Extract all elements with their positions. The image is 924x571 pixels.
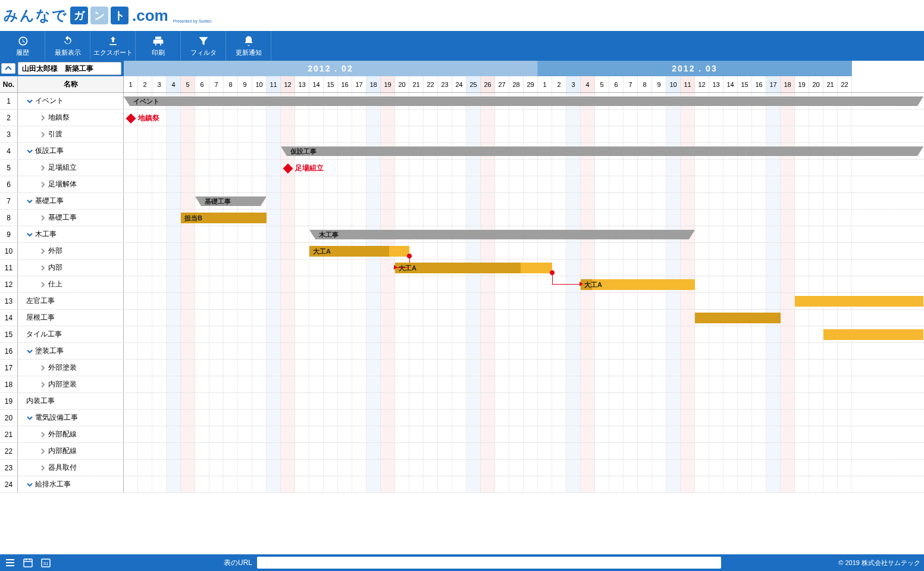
chevron-right-icon[interactable] — [39, 448, 46, 454]
row-name[interactable]: 給排水工事 — [18, 476, 124, 492]
gantt-cell[interactable]: 地鎮祭 — [124, 110, 924, 126]
gantt-cell[interactable] — [124, 293, 924, 309]
task-bar[interactable]: 大工A — [395, 263, 552, 273]
gantt-cell[interactable] — [124, 460, 924, 476]
table-row[interactable]: 12仕上大工A — [0, 276, 924, 293]
chevron-down-icon[interactable] — [26, 98, 33, 104]
gantt-cell[interactable] — [124, 326, 924, 342]
chevron-right-icon[interactable] — [39, 182, 46, 188]
table-row[interactable]: 19内装工事 — [0, 393, 924, 410]
table-row[interactable]: 8基礎工事担当B — [0, 210, 924, 226]
gantt-cell[interactable]: 基礎工事 — [124, 193, 924, 209]
chevron-right-icon[interactable] — [39, 465, 46, 471]
table-row[interactable]: 17外部塗装 — [0, 360, 924, 376]
gantt-cell[interactable] — [124, 343, 924, 359]
table-row[interactable]: 23器具取付 — [0, 460, 924, 476]
gantt-cell[interactable] — [124, 360, 924, 376]
gantt-cell[interactable]: 大工A — [124, 243, 924, 259]
refresh-button[interactable]: 最新表示 — [45, 31, 90, 61]
chevron-down-icon[interactable] — [26, 348, 33, 354]
table-row[interactable]: 22内部配線 — [0, 443, 924, 460]
task-bar[interactable] — [795, 296, 923, 307]
task-bar[interactable]: 大工A — [309, 246, 409, 257]
chevron-down-icon[interactable] — [26, 415, 33, 421]
table-row[interactable]: 18内部塗装 — [0, 376, 924, 393]
row-name[interactable]: 足場解体 — [18, 176, 124, 192]
table-row[interactable]: 4仮設工事仮設工事 — [0, 143, 924, 160]
group-bar[interactable]: 木工事 — [315, 230, 689, 239]
chevron-right-icon[interactable] — [39, 365, 46, 371]
row-name[interactable]: 内部塗装 — [18, 376, 124, 392]
row-name[interactable]: 塗装工事 — [18, 343, 124, 359]
table-row[interactable]: 21外部配線 — [0, 426, 924, 443]
gantt-cell[interactable] — [124, 126, 924, 142]
group-bar[interactable]: イベント — [130, 96, 917, 106]
row-name[interactable]: 仮設工事 — [18, 143, 124, 159]
row-name[interactable]: イベント — [18, 93, 124, 109]
history-button[interactable]: 履歴 — [0, 31, 45, 61]
table-row[interactable]: 24給排水工事 — [0, 476, 924, 493]
table-row[interactable]: 9木工事木工事 — [0, 226, 924, 243]
gantt-cell[interactable] — [124, 426, 924, 442]
row-name[interactable]: 基礎工事 — [18, 193, 124, 209]
row-name[interactable]: 電気設備工事 — [18, 410, 124, 426]
row-name[interactable]: 外部 — [18, 243, 124, 259]
row-name[interactable]: 足場組立 — [18, 160, 124, 176]
row-name[interactable]: 基礎工事 — [18, 210, 124, 226]
chevron-right-icon[interactable] — [39, 215, 46, 221]
gantt-cell[interactable] — [124, 476, 924, 492]
gantt-cell[interactable] — [124, 176, 924, 192]
gantt-cell[interactable]: 大工A — [124, 276, 924, 292]
gantt-cell[interactable] — [124, 310, 924, 326]
table-row[interactable]: 14屋根工事 — [0, 310, 924, 326]
print-button[interactable]: 印刷 — [136, 31, 181, 61]
row-name[interactable]: タイル工事 — [18, 326, 124, 342]
group-bar[interactable]: 基礎工事 — [201, 196, 261, 206]
row-name[interactable]: 外部塗装 — [18, 360, 124, 376]
row-name[interactable]: 内装工事 — [18, 393, 124, 409]
chevron-down-icon[interactable] — [26, 482, 33, 488]
table-row[interactable]: 3引渡 — [0, 126, 924, 143]
table-row[interactable]: 2地鎮祭地鎮祭 — [0, 110, 924, 126]
table-row[interactable]: 15タイル工事 — [0, 326, 924, 343]
table-row[interactable]: 5足場組立足場組立 — [0, 160, 924, 176]
table-row[interactable]: 1イベントイベント — [0, 93, 924, 110]
table-row[interactable]: 6足場解体 — [0, 176, 924, 193]
gantt-cell[interactable]: 木工事 — [124, 226, 924, 242]
collapse-button[interactable] — [1, 63, 15, 74]
gantt-cell[interactable] — [124, 393, 924, 409]
chevron-right-icon[interactable] — [39, 115, 46, 121]
row-name[interactable]: 引渡 — [18, 126, 124, 142]
chevron-right-icon[interactable] — [39, 265, 46, 271]
table-row[interactable]: 16塗装工事 — [0, 343, 924, 360]
chevron-down-icon[interactable] — [26, 148, 33, 154]
task-bar[interactable] — [695, 313, 781, 323]
table-row[interactable]: 11内部大工A — [0, 260, 924, 276]
row-name[interactable]: 仕上 — [18, 276, 124, 292]
gantt-cell[interactable]: 大工A — [124, 260, 924, 276]
row-name[interactable]: 外部配線 — [18, 426, 124, 442]
row-name[interactable]: 内部配線 — [18, 443, 124, 459]
gantt-cell[interactable]: 足場組立 — [124, 160, 924, 176]
gantt-cell[interactable] — [124, 376, 924, 392]
task-bar[interactable]: 担当B — [181, 213, 267, 223]
chevron-right-icon[interactable] — [39, 432, 46, 438]
gantt-cell[interactable]: イベント — [124, 93, 924, 109]
table-row[interactable]: 20電気設備工事 — [0, 410, 924, 426]
chevron-right-icon[interactable] — [39, 282, 46, 288]
gantt-cell[interactable]: 担当B — [124, 210, 924, 226]
export-button[interactable]: エクスポート — [90, 31, 136, 61]
table-row[interactable]: 10外部大工A — [0, 243, 924, 260]
filter-button[interactable]: フィルタ — [181, 31, 226, 61]
row-name[interactable]: 屋根工事 — [18, 310, 124, 326]
row-name[interactable]: 木工事 — [18, 226, 124, 242]
chevron-down-icon[interactable] — [26, 198, 33, 204]
chevron-right-icon[interactable] — [39, 132, 46, 138]
gantt-cell[interactable]: 仮設工事 — [124, 143, 924, 159]
project-title[interactable]: 山田太郎様 新築工事 — [18, 62, 121, 75]
notify-button[interactable]: 更新通知 — [226, 31, 271, 61]
table-row[interactable]: 13左官工事 — [0, 293, 924, 310]
row-name[interactable]: 内部 — [18, 260, 124, 276]
row-name[interactable]: 地鎮祭 — [18, 110, 124, 126]
chevron-right-icon[interactable] — [39, 165, 46, 171]
